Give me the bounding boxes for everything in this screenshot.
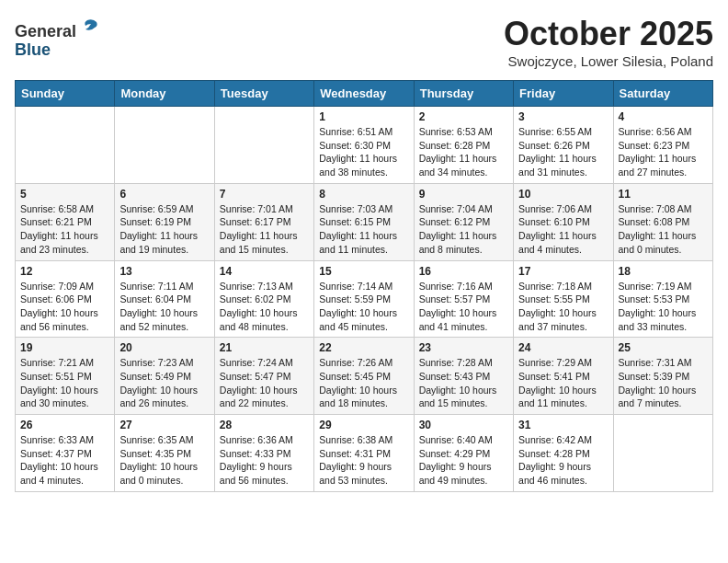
day-number: 30 bbox=[419, 419, 508, 431]
calendar-cell: 12Sunrise: 7:09 AM Sunset: 6:06 PM Dayli… bbox=[16, 260, 115, 338]
logo-bird-icon bbox=[78, 15, 100, 37]
day-info: Sunrise: 6:38 AM Sunset: 4:31 PM Dayligh… bbox=[319, 433, 408, 488]
calendar-cell: 27Sunrise: 6:35 AM Sunset: 4:35 PM Dayli… bbox=[115, 415, 214, 492]
calendar-table: SundayMondayTuesdayWednesdayThursdayFrid… bbox=[15, 80, 713, 492]
day-number: 6 bbox=[119, 188, 209, 201]
logo: General Blue bbox=[15, 15, 100, 60]
col-header-tuesday: Tuesday bbox=[214, 81, 313, 107]
day-number: 31 bbox=[518, 419, 608, 431]
calendar-cell: 16Sunrise: 7:16 AM Sunset: 5:57 PM Dayli… bbox=[414, 260, 513, 338]
day-info: Sunrise: 7:04 AM Sunset: 6:12 PM Dayligh… bbox=[419, 202, 508, 257]
page-header: General Blue October 2025 Swojczyce, Low… bbox=[15, 15, 713, 69]
day-number: 26 bbox=[20, 419, 109, 431]
day-info: Sunrise: 7:14 AM Sunset: 5:59 PM Dayligh… bbox=[319, 280, 408, 334]
day-info: Sunrise: 6:56 AM Sunset: 6:23 PM Dayligh… bbox=[619, 125, 708, 179]
day-number: 29 bbox=[319, 419, 408, 431]
day-number: 19 bbox=[20, 341, 109, 354]
day-number: 7 bbox=[220, 188, 309, 201]
day-number: 11 bbox=[619, 188, 708, 201]
calendar-cell: 9Sunrise: 7:04 AM Sunset: 6:12 PM Daylig… bbox=[414, 183, 513, 260]
calendar-cell: 25Sunrise: 7:31 AM Sunset: 5:39 PM Dayli… bbox=[613, 338, 712, 415]
location-label: Swojczyce, Lower Silesia, Poland bbox=[504, 53, 713, 69]
col-header-saturday: Saturday bbox=[613, 81, 712, 107]
day-number: 8 bbox=[319, 188, 408, 201]
day-info: Sunrise: 6:55 AM Sunset: 6:26 PM Dayligh… bbox=[518, 125, 608, 179]
day-number: 18 bbox=[619, 265, 708, 278]
day-info: Sunrise: 7:23 AM Sunset: 5:49 PM Dayligh… bbox=[119, 356, 209, 410]
day-info: Sunrise: 7:18 AM Sunset: 5:55 PM Dayligh… bbox=[518, 280, 608, 334]
day-number: 13 bbox=[119, 265, 209, 278]
day-info: Sunrise: 7:24 AM Sunset: 5:47 PM Dayligh… bbox=[220, 356, 309, 410]
calendar-cell: 26Sunrise: 6:33 AM Sunset: 4:37 PM Dayli… bbox=[16, 415, 115, 492]
day-number: 5 bbox=[20, 188, 109, 201]
day-info: Sunrise: 7:01 AM Sunset: 6:17 PM Dayligh… bbox=[220, 202, 309, 257]
day-info: Sunrise: 6:35 AM Sunset: 4:35 PM Dayligh… bbox=[119, 433, 209, 488]
calendar-cell: 6Sunrise: 6:59 AM Sunset: 6:19 PM Daylig… bbox=[115, 183, 214, 260]
day-number: 14 bbox=[220, 265, 309, 278]
calendar-cell: 28Sunrise: 6:36 AM Sunset: 4:33 PM Dayli… bbox=[214, 415, 313, 492]
calendar-cell: 10Sunrise: 7:06 AM Sunset: 6:10 PM Dayli… bbox=[514, 183, 613, 260]
day-info: Sunrise: 6:40 AM Sunset: 4:29 PM Dayligh… bbox=[419, 433, 508, 488]
day-info: Sunrise: 7:08 AM Sunset: 6:08 PM Dayligh… bbox=[619, 202, 708, 257]
title-block: October 2025 Swojczyce, Lower Silesia, P… bbox=[504, 15, 713, 69]
day-info: Sunrise: 6:58 AM Sunset: 6:21 PM Dayligh… bbox=[20, 202, 109, 257]
calendar-cell: 2Sunrise: 6:53 AM Sunset: 6:28 PM Daylig… bbox=[414, 107, 513, 184]
day-info: Sunrise: 6:33 AM Sunset: 4:37 PM Dayligh… bbox=[20, 433, 109, 488]
col-header-wednesday: Wednesday bbox=[314, 81, 414, 107]
calendar-cell: 31Sunrise: 6:42 AM Sunset: 4:28 PM Dayli… bbox=[514, 415, 613, 492]
col-header-monday: Monday bbox=[115, 81, 214, 107]
calendar-cell: 22Sunrise: 7:26 AM Sunset: 5:45 PM Dayli… bbox=[314, 338, 414, 415]
day-number: 9 bbox=[419, 188, 508, 201]
calendar-cell: 4Sunrise: 6:56 AM Sunset: 6:23 PM Daylig… bbox=[613, 107, 712, 184]
day-info: Sunrise: 6:51 AM Sunset: 6:30 PM Dayligh… bbox=[319, 125, 408, 179]
col-header-friday: Friday bbox=[514, 81, 613, 107]
day-number: 1 bbox=[319, 110, 408, 123]
calendar-cell: 5Sunrise: 6:58 AM Sunset: 6:21 PM Daylig… bbox=[16, 183, 115, 260]
calendar-cell bbox=[16, 107, 115, 184]
day-number: 27 bbox=[119, 419, 209, 431]
calendar-cell: 21Sunrise: 7:24 AM Sunset: 5:47 PM Dayli… bbox=[214, 338, 313, 415]
day-number: 20 bbox=[119, 341, 209, 354]
calendar-week-row: 1Sunrise: 6:51 AM Sunset: 6:30 PM Daylig… bbox=[16, 107, 713, 184]
calendar-cell: 15Sunrise: 7:14 AM Sunset: 5:59 PM Dayli… bbox=[314, 260, 414, 338]
calendar-week-row: 19Sunrise: 7:21 AM Sunset: 5:51 PM Dayli… bbox=[16, 338, 713, 415]
day-number: 22 bbox=[319, 341, 408, 354]
day-info: Sunrise: 7:29 AM Sunset: 5:41 PM Dayligh… bbox=[518, 356, 608, 410]
calendar-cell: 30Sunrise: 6:40 AM Sunset: 4:29 PM Dayli… bbox=[414, 415, 513, 492]
day-info: Sunrise: 7:13 AM Sunset: 6:02 PM Dayligh… bbox=[220, 280, 309, 334]
day-info: Sunrise: 7:09 AM Sunset: 6:06 PM Dayligh… bbox=[20, 280, 109, 334]
day-number: 23 bbox=[419, 341, 508, 354]
day-number: 16 bbox=[419, 265, 508, 278]
col-header-sunday: Sunday bbox=[16, 81, 115, 107]
day-number: 17 bbox=[518, 265, 608, 278]
day-number: 21 bbox=[220, 341, 309, 354]
day-number: 15 bbox=[319, 265, 408, 278]
day-info: Sunrise: 7:19 AM Sunset: 5:53 PM Dayligh… bbox=[619, 280, 708, 334]
calendar-cell: 18Sunrise: 7:19 AM Sunset: 5:53 PM Dayli… bbox=[613, 260, 712, 338]
calendar-header-row: SundayMondayTuesdayWednesdayThursdayFrid… bbox=[16, 81, 713, 107]
calendar-cell: 3Sunrise: 6:55 AM Sunset: 6:26 PM Daylig… bbox=[514, 107, 613, 184]
calendar-cell: 29Sunrise: 6:38 AM Sunset: 4:31 PM Dayli… bbox=[314, 415, 414, 492]
day-number: 25 bbox=[619, 341, 708, 354]
day-info: Sunrise: 7:26 AM Sunset: 5:45 PM Dayligh… bbox=[319, 356, 408, 410]
day-info: Sunrise: 7:16 AM Sunset: 5:57 PM Dayligh… bbox=[419, 280, 508, 334]
calendar-cell: 8Sunrise: 7:03 AM Sunset: 6:15 PM Daylig… bbox=[314, 183, 414, 260]
day-info: Sunrise: 6:59 AM Sunset: 6:19 PM Dayligh… bbox=[119, 202, 209, 257]
day-number: 3 bbox=[518, 110, 608, 123]
calendar-cell bbox=[115, 107, 214, 184]
day-info: Sunrise: 7:31 AM Sunset: 5:39 PM Dayligh… bbox=[619, 356, 708, 410]
day-number: 10 bbox=[518, 188, 608, 201]
calendar-cell: 1Sunrise: 6:51 AM Sunset: 6:30 PM Daylig… bbox=[314, 107, 414, 184]
day-number: 4 bbox=[619, 110, 708, 123]
calendar-cell bbox=[214, 107, 313, 184]
day-info: Sunrise: 7:11 AM Sunset: 6:04 PM Dayligh… bbox=[119, 280, 209, 334]
calendar-cell: 24Sunrise: 7:29 AM Sunset: 5:41 PM Dayli… bbox=[514, 338, 613, 415]
day-info: Sunrise: 7:21 AM Sunset: 5:51 PM Dayligh… bbox=[20, 356, 109, 410]
calendar-cell: 14Sunrise: 7:13 AM Sunset: 6:02 PM Dayli… bbox=[214, 260, 313, 338]
logo-general: General bbox=[15, 22, 76, 40]
calendar-cell: 17Sunrise: 7:18 AM Sunset: 5:55 PM Dayli… bbox=[514, 260, 613, 338]
day-number: 28 bbox=[220, 419, 309, 431]
calendar-cell: 13Sunrise: 7:11 AM Sunset: 6:04 PM Dayli… bbox=[115, 260, 214, 338]
calendar-week-row: 5Sunrise: 6:58 AM Sunset: 6:21 PM Daylig… bbox=[16, 183, 713, 260]
day-info: Sunrise: 7:03 AM Sunset: 6:15 PM Dayligh… bbox=[319, 202, 408, 257]
